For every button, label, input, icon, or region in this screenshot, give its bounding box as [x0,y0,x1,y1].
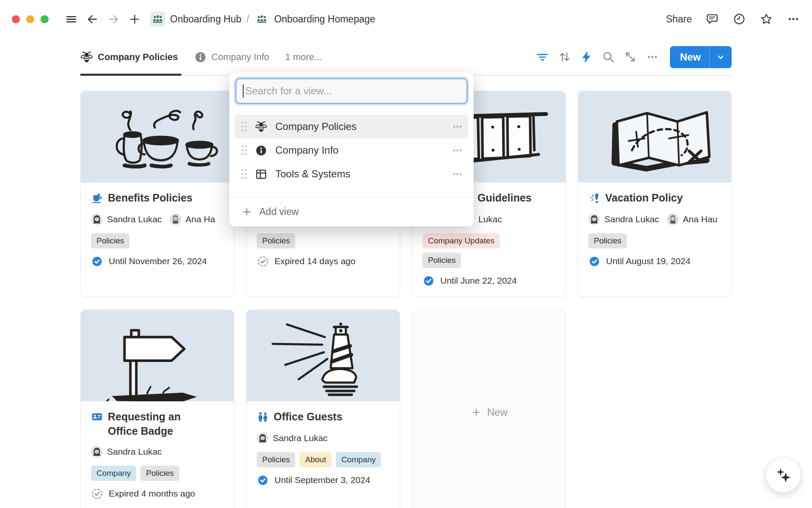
view-search-input[interactable] [236,78,467,104]
view-item-more-button[interactable] [452,121,463,133]
expired-check-icon [257,255,269,268]
card-title-row: Vacation Policy [588,190,683,206]
card-office-badge[interactable]: Requesting an Office Badge Sandra Lukac … [80,309,234,508]
more-options-button[interactable] [787,12,800,26]
view-item-label: Company Policies [275,121,448,133]
card-status-row: Until August 19, 2024 [588,255,691,268]
forward-arrow-icon [107,13,120,26]
card-title: Vacation Policy [605,190,683,205]
search-button[interactable] [599,47,618,67]
breadcrumb-item-onboarding-hub[interactable]: Onboarding Hub [150,11,241,27]
status-text: Until August 19, 2024 [606,256,691,266]
traffic-lights [12,15,49,23]
comment-icon [705,12,719,26]
table-icon [255,168,267,180]
sidebar-toggle-button[interactable] [62,10,80,28]
tab-label: Company Policies [98,52,178,63]
drag-handle-icon[interactable] [240,144,249,157]
card-status-row: Expired 14 days ago [257,255,355,268]
share-button[interactable]: Share [666,14,692,25]
status-text: Expired 14 days ago [274,256,355,266]
view-search [236,78,467,104]
sort-button[interactable] [555,47,574,67]
tag: Company Updates [422,233,500,248]
new-button-dropdown[interactable] [709,46,732,68]
person-name: Ana Ha [186,214,215,224]
history-clock-icon [732,12,746,26]
avatar-sandra [91,446,103,458]
view-tabs: Company Policies Company Info 1 more... [80,38,322,76]
tab-company-info[interactable]: Company Info [194,38,269,76]
status-text: Expired 4 months ago [109,489,195,499]
plus-icon [128,13,141,26]
new-button-group: New [670,46,732,68]
filter-button[interactable] [533,47,552,67]
view-more-button[interactable] [643,47,662,67]
card-body: Vacation Policy Sandra LukacAna Hau Poli… [578,182,731,273]
view-item-more-button[interactable] [452,145,463,156]
minimize-window-button[interactable] [26,15,34,23]
breadcrumb: Onboarding Hub / Onboarding Homepage [150,11,375,27]
expand-icon [624,50,637,64]
favorite-star-icon [760,12,773,26]
tag: Policies [257,452,295,467]
automations-button[interactable] [577,47,596,67]
add-view-button[interactable]: Add view [229,197,474,226]
card-office-guests[interactable]: Office Guests Sandra Lukac PoliciesAbout… [246,309,400,508]
view-actions: New [533,46,732,68]
ai-assistant-button[interactable] [765,457,801,493]
zoom-window-button[interactable] [41,15,49,23]
history-button[interactable] [732,12,746,26]
tab-company-policies[interactable]: Company Policies [80,38,178,76]
views-dropdown: Company Policies Company Info Tools & Sy… [229,72,474,226]
more-views-button[interactable]: 1 more... [285,52,322,63]
card-people-row: Sandra LukacAna Ha [91,212,219,226]
view-item-tools-systems[interactable]: Tools & Systems [235,162,468,186]
card-tags-row: CompanyPolicies [91,466,179,481]
expand-button[interactable] [621,47,640,67]
alert-sun-icon [588,192,601,204]
tag: About [299,452,332,467]
verified-badge-icon [257,474,269,486]
card-tags-row: Company UpdatesPolicies [422,233,500,268]
search-icon [602,50,615,64]
drag-handle-icon[interactable] [240,168,249,180]
card-tags-row: Policies [588,233,627,248]
view-item-company-info[interactable]: Company Info [235,138,468,162]
more-icon [452,168,463,180]
view-item-label: Company Info [275,144,448,156]
new-page-button[interactable] [126,10,143,28]
new-button[interactable]: New [670,46,709,68]
card-title-row: Requesting an Office Badge [91,409,207,438]
card-status-row: Until September 3, 2024 [257,474,370,486]
verified-badge-icon [588,255,601,268]
comments-button[interactable] [705,12,719,26]
back-button[interactable] [83,10,101,28]
close-window-button[interactable] [12,15,20,23]
plus-icon [470,406,482,418]
favorite-button[interactable] [760,12,773,26]
view-item-company-policies[interactable]: Company Policies [235,115,468,138]
tag: Policies [257,233,295,248]
drag-handle-icon[interactable] [240,120,249,133]
window-titlebar: Onboarding Hub / Onboarding Homepage Sha… [0,0,812,38]
breadcrumb-item-onboarding-homepage[interactable]: Onboarding Homepage [254,11,375,27]
forward-button[interactable] [104,10,122,28]
tag: Policies [422,253,461,268]
card-title-row: Benefits Policies [91,190,192,206]
new-item-label: New [487,406,508,418]
card-benefits-policies[interactable]: Benefits Policies Sandra LukacAna Ha Pol… [80,91,234,296]
card-people-row: Sandra LukacAna Hau [588,212,721,226]
card-cover-lighthouse-doodle [247,310,400,401]
card-vacation-policy[interactable]: Vacation Policy Sandra LukacAna Hau Poli… [578,91,732,296]
status-text: Until September 3, 2024 [274,475,370,485]
card-title: Office Guests [274,409,343,424]
new-item-card[interactable]: New [412,309,566,508]
card-cover-map-doodle [578,91,731,182]
view-item-more-button[interactable] [452,168,463,180]
card-body: Benefits Policies Sandra LukacAna Ha Pol… [81,182,234,273]
card-status-row: Until November 26, 2024 [91,255,207,268]
status-text: Until November 26, 2024 [109,256,207,266]
breadcrumb-label: Onboarding Hub [170,14,241,25]
avatar-sandra [257,432,269,444]
